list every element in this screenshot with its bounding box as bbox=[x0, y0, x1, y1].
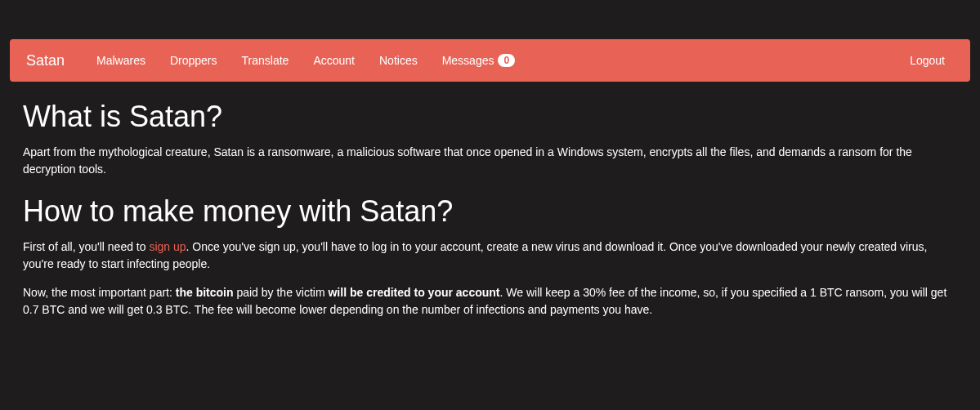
nav-item-label: Logout bbox=[910, 54, 945, 67]
nav-item-logout[interactable]: Logout bbox=[897, 54, 957, 67]
text-segment: First of all, you'll need to bbox=[23, 240, 149, 253]
nav-item-notices[interactable]: Notices bbox=[367, 54, 430, 67]
nav-item-translate[interactable]: Translate bbox=[230, 54, 302, 67]
nav-item-account[interactable]: Account bbox=[301, 54, 367, 67]
nav-right: Logout bbox=[897, 54, 957, 67]
messages-badge: 0 bbox=[498, 54, 515, 67]
nav-item-label: Messages bbox=[442, 54, 494, 67]
text-bold: will be credited to your account bbox=[328, 286, 499, 299]
nav-item-label: Translate bbox=[242, 54, 289, 67]
paragraph-fee: Now, the most important part: the bitcoi… bbox=[23, 284, 957, 319]
nav-item-label: Notices bbox=[379, 54, 418, 67]
navbar: Satan Malwares Droppers Translate Accoun… bbox=[10, 39, 970, 82]
nav-links: Malwares Droppers Translate Account Noti… bbox=[84, 54, 897, 67]
heading-how-to: How to make money with Satan? bbox=[23, 194, 957, 229]
text-segment: paid by the victim bbox=[234, 286, 329, 299]
heading-what-is: What is Satan? bbox=[23, 100, 957, 134]
content-area: What is Satan? Apart from the mythologic… bbox=[10, 100, 970, 319]
nav-item-malwares[interactable]: Malwares bbox=[84, 54, 158, 67]
signup-link[interactable]: sign up bbox=[149, 240, 186, 253]
nav-item-label: Malwares bbox=[96, 54, 145, 67]
nav-item-label: Droppers bbox=[170, 54, 217, 67]
text-segment: Now, the most important part: bbox=[23, 286, 176, 299]
nav-item-label: Account bbox=[313, 54, 355, 67]
text-bold: the bitcoin bbox=[176, 286, 234, 299]
paragraph-signup: First of all, you'll need to sign up. On… bbox=[23, 238, 957, 273]
nav-item-droppers[interactable]: Droppers bbox=[158, 54, 230, 67]
paragraph-description: Apart from the mythological creature, Sa… bbox=[23, 144, 957, 178]
navbar-brand[interactable]: Satan bbox=[23, 52, 68, 69]
nav-item-messages[interactable]: Messages 0 bbox=[430, 54, 528, 67]
